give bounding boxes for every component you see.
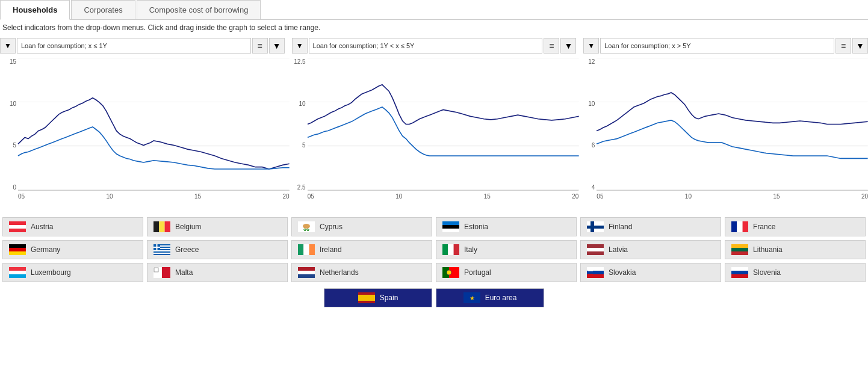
country-btn-slovakia[interactable]: Slovakia: [580, 263, 721, 282]
svg-rect-57: [162, 267, 170, 278]
svg-rect-17: [165, 221, 170, 232]
country-btn-france[interactable]: France: [725, 217, 866, 236]
control-group-3: ▼ Loan for consumption; x > 5Y ≡ ▼: [583, 38, 868, 54]
country-label-latvia: Latvia: [609, 245, 628, 254]
country-btn-slovenia[interactable]: Slovenia: [725, 263, 866, 282]
country-btn-netherlands[interactable]: Netherlands: [291, 263, 432, 282]
country-btn-greece[interactable]: Greece: [147, 240, 288, 259]
table-icon-3[interactable]: ≡: [835, 38, 851, 54]
country-label-italy: Italy: [464, 245, 477, 254]
chevron-down-icon-2: ▼: [296, 42, 303, 50]
malta-flag: [153, 267, 170, 278]
lithuania-flag: [731, 244, 748, 255]
chart-area-1[interactable]: [18, 58, 290, 191]
country-label-ireland: Ireland: [320, 245, 342, 254]
dropdown-arrow-1[interactable]: ▼: [0, 38, 16, 54]
country-btn-luxembourg[interactable]: Luxembourg: [2, 263, 143, 282]
chart-svg-3: [597, 58, 868, 190]
tab-composite[interactable]: Composite cost of borrowing: [137, 0, 261, 19]
y-labels-3: 12 10 6 4: [578, 58, 597, 191]
country-btn-portugal[interactable]: Portugal: [436, 263, 577, 282]
bottom-btn-spain[interactable]: Spain: [324, 288, 432, 307]
dropdown-label-1[interactable]: Loan for consumption; x ≤ 1Y: [17, 38, 251, 54]
country-label-netherlands: Netherlands: [320, 268, 359, 277]
dropdown-arrow-3[interactable]: ▼: [583, 38, 599, 54]
chevron-down-icon-3: ▼: [587, 42, 595, 50]
country-btn-lithuania[interactable]: Lithuania: [725, 240, 866, 259]
country-btn-ireland[interactable]: Ireland: [291, 240, 432, 259]
svg-rect-60: [298, 271, 315, 274]
country-label-greece: Greece: [175, 245, 199, 254]
svg-rect-76: [358, 295, 375, 301]
slovakia-flag: [587, 267, 604, 278]
svg-rect-72: [731, 267, 748, 271]
country-btn-germany[interactable]: Germany: [2, 240, 143, 259]
dropdown-icon-2[interactable]: ▼: [560, 38, 576, 54]
estonia-flag: [442, 221, 459, 232]
svg-rect-43: [309, 244, 315, 255]
country-btn-italy[interactable]: Italy: [436, 240, 577, 259]
table-icon-1[interactable]: ≡: [252, 38, 268, 54]
chart-2[interactable]: 12.5 10 5 2.5 05 10 15 20: [290, 58, 579, 209]
svg-text:✿✿: ✿✿: [303, 228, 309, 232]
svg-rect-53: [9, 267, 26, 271]
svg-text:★: ★: [469, 295, 474, 301]
bottom-label-euro_area: Euro area: [485, 294, 517, 302]
svg-rect-31: [9, 248, 26, 251]
svg-rect-28: [737, 221, 742, 232]
svg-rect-73: [731, 271, 748, 274]
tab-corporates[interactable]: Corporates: [71, 0, 135, 19]
finland-flag: [587, 221, 604, 232]
svg-rect-52: [731, 251, 748, 255]
svg-rect-71: [588, 274, 593, 276]
tab-households[interactable]: Households: [0, 0, 70, 20]
chevron-down-icon: ▼: [4, 42, 11, 50]
controls-row: ▼ Loan for consumption; x ≤ 1Y ≡ ▼ ▼ Loa…: [0, 35, 868, 56]
svg-rect-77: [358, 301, 375, 303]
country-label-estonia: Estonia: [464, 223, 488, 231]
svg-rect-16: [159, 221, 164, 232]
country-label-luxembourg: Luxembourg: [31, 268, 71, 277]
bottom-btn-euro_area[interactable]: ★Euro area: [436, 288, 544, 307]
country-btn-malta[interactable]: Malta: [147, 263, 288, 282]
svg-rect-21: [442, 221, 459, 225]
dropdown-label-2[interactable]: Loan for consumption; 1Y < x ≤ 5Y: [309, 38, 543, 54]
svg-point-64: [447, 270, 451, 275]
chart-3[interactable]: 12 10 6 4 05 10 15 20: [578, 58, 868, 209]
country-grid: AustriaBelgium✿✿CyprusEstoniaFinlandFran…: [0, 211, 868, 288]
country-label-slovenia: Slovenia: [753, 268, 781, 277]
x-labels-1: 05 10 15 20: [18, 191, 290, 209]
dropdown-label-3[interactable]: Loan for consumption; x > 5Y: [600, 38, 834, 54]
country-btn-austria[interactable]: Austria: [2, 217, 143, 236]
country-btn-belgium[interactable]: Belgium: [147, 217, 288, 236]
svg-rect-50: [731, 244, 748, 248]
chart-svg-2: [308, 58, 579, 190]
dropdown-icon-3[interactable]: ▼: [852, 38, 868, 54]
country-btn-estonia[interactable]: Estonia: [436, 217, 577, 236]
svg-rect-46: [454, 244, 459, 255]
country-btn-cyprus[interactable]: ✿✿Cyprus: [291, 217, 432, 236]
svg-rect-15: [153, 221, 159, 232]
chart-1[interactable]: 15 10 5 0 05 10 15 20: [0, 58, 290, 209]
slovenia-flag: [731, 267, 748, 278]
country-btn-finland[interactable]: Finland: [580, 217, 721, 236]
country-label-france: France: [753, 223, 775, 231]
austria-flag: [9, 221, 26, 232]
chart-svg-1: [18, 58, 290, 190]
dropdown-icon-1[interactable]: ▼: [269, 38, 285, 54]
chart-area-2[interactable]: [308, 58, 579, 191]
svg-rect-47: [587, 244, 604, 248]
belgium-flag: [153, 221, 170, 232]
luxembourg-flag: [9, 267, 26, 278]
chart-area-3[interactable]: [597, 58, 868, 191]
country-label-belgium: Belgium: [175, 223, 201, 231]
eu-flag: ★: [463, 292, 480, 303]
svg-rect-30: [9, 244, 26, 248]
dropdown-arrow-2[interactable]: ▼: [292, 38, 308, 54]
control-group-1: ▼ Loan for consumption; x ≤ 1Y ≡ ▼: [0, 38, 285, 54]
country-btn-latvia[interactable]: Latvia: [580, 240, 721, 259]
svg-rect-22: [442, 225, 459, 229]
y-labels-1: 15 10 5 0: [0, 58, 18, 191]
country-label-finland: Finland: [609, 223, 632, 231]
table-icon-2[interactable]: ≡: [544, 38, 559, 54]
